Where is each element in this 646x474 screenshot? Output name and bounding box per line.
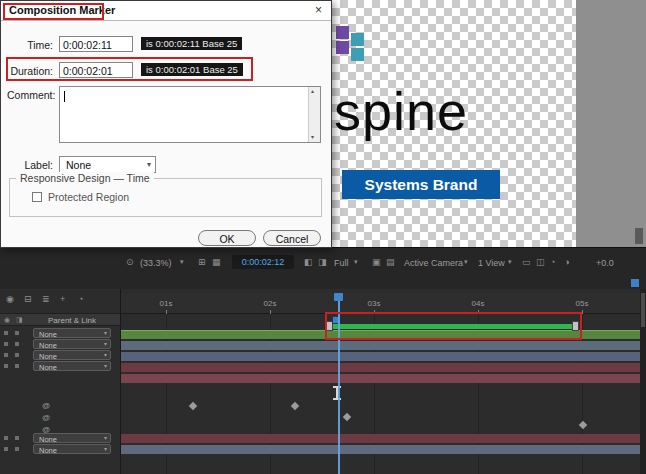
ok-button[interactable]: OK	[198, 230, 256, 246]
logo-text: spine	[334, 80, 468, 142]
time-label: Time:	[7, 39, 53, 51]
protected-region-checkbox[interactable]	[32, 192, 42, 202]
timecode-value: 0:00:02:12	[232, 255, 294, 269]
layer-duration-bar[interactable]	[121, 341, 640, 350]
chevron-down-icon: ▾	[104, 434, 107, 441]
fast-preview-icon[interactable]: ◔	[550, 257, 555, 267]
keyframe-diamond[interactable]	[291, 402, 299, 410]
layer-switch-icon[interactable]	[4, 342, 8, 346]
parent-link-dropdown[interactable]: None ▾	[33, 328, 111, 338]
cancel-button[interactable]: Cancel	[263, 230, 321, 246]
frame-blend-icon[interactable]: ◔	[78, 294, 83, 304]
chevron-down-icon: ▾	[104, 329, 107, 336]
layer-duration-bar[interactable]	[121, 352, 640, 361]
layer-switch-icon[interactable]	[15, 436, 19, 440]
parent-link-dropdown[interactable]: None ▾	[33, 444, 111, 454]
layer-duration-bar[interactable]	[121, 434, 640, 443]
layer-switch-icon[interactable]	[4, 436, 8, 440]
time-field[interactable]: 0:00:02:11	[59, 36, 133, 52]
resolution-select[interactable]: Full	[334, 258, 349, 268]
rulers-icon[interactable]: ▦	[212, 257, 221, 267]
logo-mark-square	[351, 33, 364, 46]
viewer-scrollbar-handle[interactable]	[635, 228, 643, 244]
layer-switch-icon[interactable]	[15, 331, 19, 335]
logo-mark-square	[336, 41, 349, 54]
chevron-down-icon[interactable]: ▾	[180, 258, 184, 266]
duration-field[interactable]: 0:00:02:01	[59, 62, 133, 78]
layer-switch-icon[interactable]	[4, 364, 8, 368]
playhead-handle[interactable]	[334, 293, 343, 301]
camera-select[interactable]: Active Camera	[404, 258, 463, 268]
layer-duration-bar[interactable]	[121, 445, 640, 454]
close-icon[interactable]: ×	[315, 3, 322, 17]
flowchart-icon[interactable]: ◉	[6, 294, 14, 304]
label-select[interactable]: None ▾	[59, 156, 156, 173]
layer-duration-bar[interactable]	[121, 330, 640, 339]
timeline-scrollbar-handle[interactable]	[641, 293, 645, 327]
protected-region-label: Protected Region	[48, 191, 129, 203]
chevron-down-icon: ▾	[104, 340, 107, 347]
add-icon[interactable]: +	[60, 294, 65, 304]
region-of-interest-icon[interactable]: ▣	[372, 257, 381, 267]
parent-link-dropdown[interactable]: None ▾	[33, 350, 111, 360]
timeline-columns-header: ◉ ◨ Parent & Link	[0, 313, 120, 326]
keyframe-diamond[interactable]	[189, 402, 197, 410]
ok-button-label: OK	[199, 232, 255, 246]
time-info-badge: is 0:00:02:11 Base 25	[141, 37, 242, 50]
layer-duration-bar[interactable]	[121, 374, 640, 383]
dropdown-value: None	[39, 352, 57, 361]
composition-marker-duration-bar[interactable]	[333, 324, 573, 329]
layer-duration-bar[interactable]	[121, 363, 640, 372]
draft-mode-icon[interactable]: ◑	[564, 257, 569, 267]
cancel-button-label: Cancel	[264, 232, 320, 246]
magnifier-icon[interactable]: ⊙	[126, 257, 134, 267]
parent-link-header[interactable]: Parent & Link	[30, 316, 114, 325]
mini-flowchart-button[interactable]	[631, 279, 639, 287]
view-layout-select[interactable]: 1 View	[478, 258, 505, 268]
parent-link-dropdown[interactable]: None ▾	[33, 433, 111, 443]
layer-switch-icon[interactable]	[15, 447, 19, 451]
chevron-down-icon[interactable]: ▾	[508, 258, 512, 266]
channels-icon[interactable]: ◨	[318, 257, 327, 267]
chevron-down-icon[interactable]: ▾	[464, 258, 468, 266]
comment-textarea[interactable]: ▴ ▾	[59, 86, 321, 143]
logo-mark-square	[351, 48, 364, 61]
motion-blur-icon[interactable]: ⊟	[24, 294, 32, 304]
pickwhip-icon[interactable]: @	[42, 413, 50, 422]
snapshot-icon[interactable]: ◧	[304, 257, 313, 267]
marker-end-handle[interactable]	[572, 321, 579, 331]
scroll-up-icon[interactable]: ▴	[311, 87, 314, 94]
parent-link-dropdown[interactable]: None ▾	[33, 339, 111, 349]
layer-switch-icon[interactable]	[4, 353, 8, 357]
panel-icon[interactable]: ◫	[536, 257, 545, 267]
timeline-panel: ◉ ⊟ ≣ + ◔ ◉ ◨ Parent & Link 01s 02s 03s …	[0, 289, 646, 474]
ruler-label: 01s	[154, 299, 178, 308]
zoom-level[interactable]: (33.3%)	[140, 258, 172, 268]
dialog-titlebar[interactable]: Composition Marker ×	[1, 1, 331, 21]
layer-switch-icon[interactable]	[4, 447, 8, 451]
dropdown-value: None	[39, 446, 57, 455]
duration-field-value: 0:00:02:01	[63, 64, 113, 78]
timecode-display[interactable]: 0:00:02:12	[232, 255, 294, 269]
exposure-value[interactable]: +0.0	[596, 258, 614, 268]
eye-icon: ◉	[4, 316, 10, 324]
scroll-down-icon[interactable]: ▾	[311, 133, 314, 140]
layer-switch-icon[interactable]	[15, 364, 19, 368]
pixel-aspect-icon[interactable]: ▭	[522, 257, 531, 267]
pickwhip-icon[interactable]: @	[42, 401, 50, 410]
playhead-line[interactable]	[338, 293, 340, 474]
textarea-scrollbar[interactable]: ▴ ▾	[308, 87, 320, 142]
keyframe-diamond[interactable]	[343, 413, 351, 421]
keyframe-diamond[interactable]	[579, 421, 587, 429]
transparency-grid-icon[interactable]: ▤	[386, 257, 395, 267]
layer-switch-icon[interactable]	[15, 353, 19, 357]
logo-mark-square	[336, 26, 349, 39]
layer-switch-icon[interactable]	[4, 331, 8, 335]
graph-editor-icon[interactable]: ≣	[42, 294, 50, 304]
grid-icon[interactable]: ⊞	[198, 257, 206, 267]
dialog-title: Composition Marker	[9, 4, 115, 16]
layer-switch-icon[interactable]	[15, 342, 19, 346]
parent-link-dropdown[interactable]: None ▾	[33, 361, 111, 371]
dropdown-value: None	[39, 330, 57, 339]
chevron-down-icon[interactable]: ▾	[354, 258, 358, 266]
